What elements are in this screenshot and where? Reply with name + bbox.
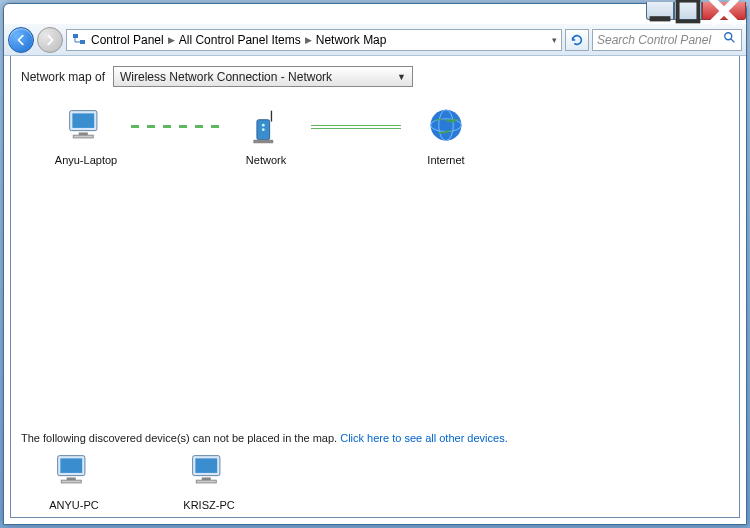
device-item[interactable]: ANYU-PC	[29, 452, 119, 511]
connection-dropdown[interactable]: Wireless Network Connection - Network ▼	[113, 66, 413, 87]
maximize-button[interactable]	[674, 2, 702, 20]
chevron-down-icon: ▼	[397, 72, 406, 82]
computer-icon	[187, 452, 231, 495]
link-wired	[311, 125, 401, 129]
chevron-right-icon: ▶	[168, 35, 175, 45]
navbar: Control Panel▶ All Control Panel Items▶ …	[4, 24, 746, 56]
svg-rect-20	[61, 480, 81, 483]
svg-rect-18	[60, 458, 82, 473]
globe-icon	[424, 107, 468, 150]
svg-rect-6	[72, 113, 94, 128]
minimize-button[interactable]	[646, 2, 674, 20]
svg-rect-3	[80, 40, 85, 44]
svg-rect-24	[196, 480, 216, 483]
svg-rect-0	[650, 16, 671, 21]
unplaced-devices: ANYU-PC KRISZ-PC	[29, 452, 729, 511]
crumb-label: All Control Panel Items	[179, 33, 301, 47]
search-input[interactable]: Search Control Panel	[592, 29, 742, 51]
node-internet[interactable]: Internet	[401, 107, 491, 166]
address-bar[interactable]: Control Panel▶ All Control Panel Items▶ …	[66, 29, 562, 51]
svg-point-11	[262, 124, 265, 127]
breadcrumb-item[interactable]: Network Map	[316, 33, 387, 47]
refresh-button[interactable]	[565, 29, 589, 51]
crumb-label: Control Panel	[91, 33, 164, 47]
window-controls	[646, 2, 746, 20]
back-button[interactable]	[8, 27, 34, 53]
svg-rect-8	[73, 135, 93, 138]
show-all-devices-link[interactable]: Click here to see all other devices.	[340, 432, 508, 444]
device-label: KRISZ-PC	[183, 499, 234, 511]
breadcrumb-item[interactable]: Control Panel▶	[91, 33, 175, 47]
window-frame: Control Panel▶ All Control Panel Items▶ …	[3, 3, 747, 525]
close-button[interactable]	[702, 2, 746, 20]
chevron-right-icon: ▶	[305, 35, 312, 45]
search-placeholder: Search Control Panel	[597, 33, 711, 47]
router-icon	[244, 107, 288, 150]
spacer	[21, 166, 729, 424]
address-dropdown-arrow[interactable]: ▾	[552, 35, 557, 45]
svg-rect-1	[678, 0, 699, 21]
node-label: Internet	[427, 154, 464, 166]
crumb-label: Network Map	[316, 33, 387, 47]
link-wireless	[131, 125, 221, 128]
map-header-label: Network map of	[21, 70, 105, 84]
breadcrumb-item[interactable]: All Control Panel Items▶	[179, 33, 312, 47]
footer-message: The following discovered device(s) can n…	[21, 432, 729, 444]
svg-point-4	[725, 33, 732, 40]
dropdown-selected: Wireless Network Connection - Network	[120, 70, 332, 84]
map-header: Network map of Wireless Network Connecti…	[21, 66, 729, 87]
node-label: Anyu-Laptop	[55, 154, 117, 166]
footer-text: The following discovered device(s) can n…	[21, 432, 337, 444]
svg-point-14	[431, 110, 462, 141]
node-label: Network	[246, 154, 286, 166]
computer-icon	[64, 107, 108, 150]
node-router[interactable]: Network	[221, 107, 311, 166]
network-map-row: Anyu-Laptop Network Internet	[41, 107, 729, 166]
content-area: Network map of Wireless Network Connecti…	[10, 56, 740, 518]
search-icon	[723, 31, 737, 48]
titlebar	[4, 4, 746, 24]
svg-rect-22	[195, 458, 217, 473]
device-label: ANYU-PC	[49, 499, 99, 511]
svg-point-12	[262, 128, 265, 131]
node-this-pc[interactable]: Anyu-Laptop	[41, 107, 131, 166]
network-icon	[71, 32, 87, 48]
computer-icon	[52, 452, 96, 495]
device-item[interactable]: KRISZ-PC	[164, 452, 254, 511]
svg-rect-2	[73, 34, 78, 38]
svg-rect-13	[253, 140, 273, 144]
forward-button[interactable]	[37, 27, 63, 53]
